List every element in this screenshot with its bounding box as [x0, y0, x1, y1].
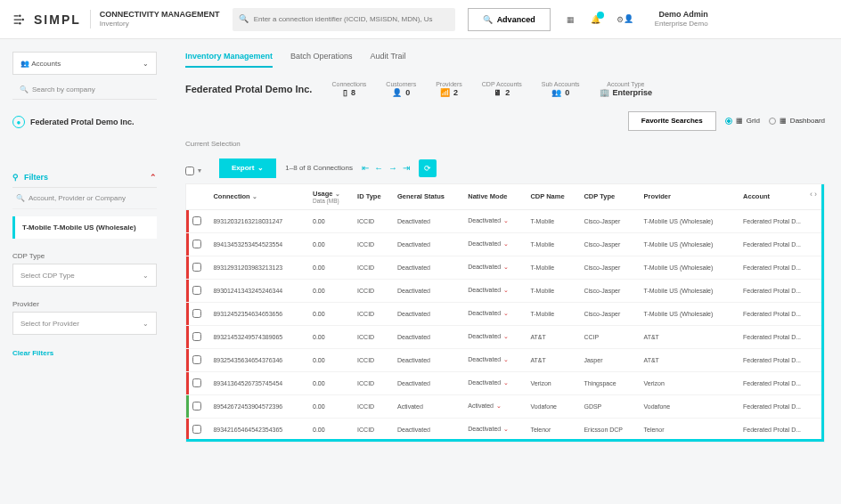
cell-account: Federated Protal D... [739, 279, 824, 302]
view-grid-radio[interactable]: ▦Grid [725, 117, 760, 125]
row-checkbox[interactable] [192, 355, 201, 364]
cell-usage: 0.00 [309, 348, 354, 371]
col-connection[interactable]: Connection⌄ [209, 184, 309, 210]
row-checkbox[interactable] [192, 402, 201, 411]
row-checkbox[interactable] [192, 378, 201, 387]
cell-native-mode[interactable]: Deactivated⌄ [464, 279, 527, 302]
col-cdp-name[interactable]: CDP Name [527, 184, 580, 210]
sidebar-search[interactable]: Search by company [12, 80, 157, 100]
view-grid-label: Grid [747, 117, 760, 125]
scroll-right-icon[interactable]: › [814, 190, 817, 199]
page-last-icon[interactable]: ⇥ [403, 163, 410, 173]
settings-icon[interactable]: ⚙ [616, 15, 624, 24]
row-checkbox[interactable] [192, 216, 201, 225]
accounts-dropdown[interactable]: 👥 Accounts ⌄ [12, 52, 157, 75]
user-menu[interactable]: 👤 Demo Admin Enterprise Demo [624, 10, 708, 28]
chevron-down-icon: ⌄ [503, 240, 509, 247]
cell-native-mode[interactable]: Deactivated⌄ [464, 232, 527, 256]
advanced-label: Advanced [497, 15, 535, 24]
chevron-down-icon: ⌄ [143, 320, 149, 328]
active-filter-card[interactable]: T-Mobile T-Mobile US (Wholesale) [12, 216, 157, 239]
cell-native-mode[interactable]: Deactivated⌄ [464, 209, 527, 232]
filter-search[interactable]: Account, Provider or Company [12, 188, 157, 209]
table-row[interactable]: 893124523546346536560.00ICCIDDeactivated… [186, 302, 824, 325]
tab-audit[interactable]: Audit Trail [371, 52, 406, 68]
row-checkbox[interactable] [192, 263, 201, 272]
table-row[interactable]: 894134532534545235540.00ICCIDDeactivated… [186, 232, 824, 256]
row-checkbox[interactable] [192, 240, 201, 248]
table-row[interactable]: 893012413432452463440.00ICCIDDeactivated… [186, 279, 824, 302]
page-next-icon[interactable]: → [388, 163, 397, 173]
cell-native-mode[interactable]: Deactivated⌄ [464, 302, 527, 325]
account-avatar-icon: ● [12, 116, 25, 128]
cdp-type-select[interactable]: Select CDP Type ⌄ [12, 264, 157, 287]
tab-batch[interactable]: Batch Operations [290, 52, 353, 68]
row-checkbox[interactable] [192, 425, 201, 434]
apps-icon[interactable]: ▦ [567, 15, 575, 24]
cell-usage: 0.00 [309, 209, 354, 232]
table-row[interactable]: 893120321632180312470.00ICCIDDeactivated… [186, 209, 824, 232]
cell-provider: T-Mobile US (Wholesale) [641, 302, 740, 325]
view-dashboard-radio[interactable]: ▦Dashboard [769, 117, 825, 125]
notifications-icon[interactable]: 🔔 [591, 15, 600, 24]
table-row[interactable]: 893254356346543763460.00ICCIDDeactivated… [186, 348, 824, 371]
chevron-down-icon: ⌄ [252, 193, 257, 199]
cell-cdp-name: Vodafone [527, 394, 580, 418]
cell-native-mode[interactable]: Deactivated⌄ [464, 256, 527, 279]
svg-point-0 [19, 14, 20, 17]
cell-general-status: Deactivated [394, 302, 464, 325]
cell-native-mode[interactable]: Deactivated⌄ [464, 325, 527, 348]
cell-native-mode[interactable]: Deactivated⌄ [464, 418, 527, 441]
col-cdp-type[interactable]: CDP Type [580, 184, 640, 210]
current-selection-label: Current Selection [185, 140, 825, 148]
scroll-left-icon[interactable]: ‹ [810, 190, 812, 199]
selected-account[interactable]: ● Federated Protal Demo Inc. [12, 116, 157, 128]
cell-usage: 0.00 [309, 232, 354, 256]
cell-account: Federated Protal D... [739, 325, 824, 348]
row-checkbox[interactable] [192, 332, 201, 341]
provider-placeholder: Select for Provider [20, 320, 79, 328]
advanced-search-button[interactable]: 🔍 Advanced [468, 8, 551, 31]
svg-point-2 [19, 21, 20, 24]
table-row[interactable]: 893129312039832131230.00ICCIDDeactivated… [186, 256, 824, 279]
global-search-input[interactable] [233, 8, 455, 31]
cell-provider: T-Mobile US (Wholesale) [641, 256, 740, 279]
connections-table: Connection⌄ Usage⌄Data (MB) ID Type Gene… [186, 184, 824, 442]
table-bottom-indicator [186, 439, 824, 442]
cell-native-mode[interactable]: Deactivated⌄ [464, 348, 527, 371]
people-icon: 👥 [551, 88, 561, 99]
filters-heading[interactable]: ⚲Filters ⌃ [12, 173, 157, 188]
table-row[interactable]: 893214532495743890650.00ICCIDDeactivated… [186, 325, 824, 348]
provider-select[interactable]: Select for Provider ⌄ [12, 312, 157, 335]
cell-native-mode[interactable]: Activated⌄ [464, 394, 527, 418]
col-id-type[interactable]: ID Type [354, 184, 394, 210]
refresh-button[interactable]: ⟳ [419, 159, 437, 177]
row-checkbox[interactable] [192, 309, 201, 318]
cell-usage: 0.00 [309, 302, 354, 325]
stat-cdp-label: CDP Accounts [482, 80, 522, 88]
cell-native-mode[interactable]: Deactivated⌄ [464, 371, 527, 394]
table-row[interactable]: 893413645267357454540.00ICCIDDeactivated… [186, 371, 824, 394]
cell-connection: 89542672453904572396 [209, 394, 309, 418]
tab-inventory[interactable]: Inventory Management [185, 52, 273, 68]
row-checkbox[interactable] [192, 286, 201, 295]
page-prev-icon[interactable]: ← [374, 163, 383, 173]
page-first-icon[interactable]: ⇤ [362, 163, 369, 173]
cell-id-type: ICCID [354, 371, 394, 394]
col-native-mode[interactable]: Native Mode [464, 184, 527, 210]
cell-cdp-type: Ericsson DCP [580, 418, 640, 441]
export-button[interactable]: Export⌄ [219, 159, 276, 178]
cell-cdp-type: Thingspace [580, 371, 640, 394]
col-usage[interactable]: Usage⌄Data (MB) [309, 184, 354, 210]
select-all-checkbox[interactable] [185, 167, 194, 175]
table-row[interactable]: 895426724539045723960.00ICCIDActivatedAc… [186, 394, 824, 418]
clear-filters-button[interactable]: Clear Filters [12, 349, 157, 357]
chevron-down-icon[interactable]: ▾ [198, 167, 201, 175]
cell-general-status: Deactivated [394, 232, 464, 256]
user-icon: 👤 [624, 14, 633, 23]
col-provider[interactable]: Provider [641, 184, 740, 210]
cell-id-type: ICCID [354, 418, 394, 441]
col-general-status[interactable]: General Status [394, 184, 464, 210]
table-row[interactable]: 893421654645423543650.00ICCIDDeactivated… [186, 418, 824, 441]
favorite-searches-button[interactable]: Favorite Searches [628, 111, 716, 131]
